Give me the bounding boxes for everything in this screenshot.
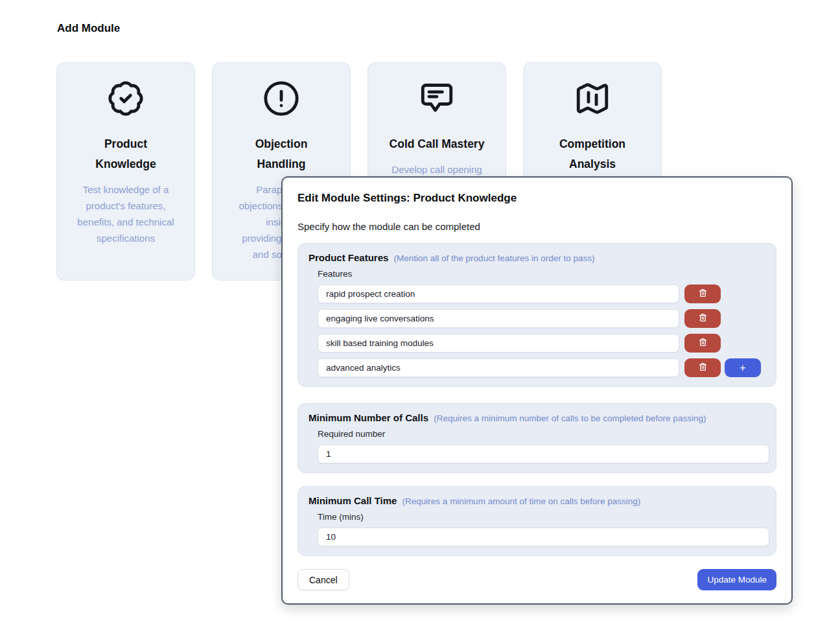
plus-icon: + xyxy=(740,362,745,374)
card-title: Product Knowledge xyxy=(95,134,156,174)
section-title: Minimum Number of Calls xyxy=(309,412,428,423)
card-description: Test knowledge of a product's features, … xyxy=(77,181,174,246)
trash-icon xyxy=(699,313,707,324)
map-icon xyxy=(574,78,611,119)
dialog-title: Edit Module Settings: Product Knowledge xyxy=(298,192,776,205)
time-mins-label: Time (mins) xyxy=(318,512,765,522)
add-feature-button[interactable]: + xyxy=(725,358,761,377)
feature-input-4[interactable] xyxy=(318,358,679,377)
delete-feature-button[interactable] xyxy=(684,285,721,303)
message-square-icon xyxy=(418,78,456,119)
time-mins-input[interactable] xyxy=(318,528,769,546)
feature-row xyxy=(318,309,765,328)
update-module-button[interactable]: Update Module xyxy=(697,569,776,590)
min-call-time-section: Minimum Call Time (Requires a minimum am… xyxy=(298,486,776,556)
badge-check-icon xyxy=(107,78,145,119)
dialog-subtitle: Specify how the module can be completed xyxy=(298,221,776,232)
feature-row: + xyxy=(318,358,765,377)
section-hint: (Requires a minimum amount of time on ca… xyxy=(402,496,641,506)
feature-row xyxy=(318,334,765,353)
features-label: Features xyxy=(318,269,765,279)
card-title: Competition Analysis xyxy=(559,134,625,174)
trash-icon xyxy=(699,338,707,349)
page-title: Add Module xyxy=(57,22,120,35)
product-features-section: Product Features (Mention all of the pro… xyxy=(298,243,776,387)
required-number-input[interactable] xyxy=(318,445,769,463)
trash-icon xyxy=(699,288,707,299)
section-hint: (Requires a minimum number of calls to b… xyxy=(434,413,706,423)
feature-input-3[interactable] xyxy=(318,334,679,353)
delete-feature-button[interactable] xyxy=(684,334,721,353)
required-number-label: Required number xyxy=(318,429,765,439)
card-title: Objection Handling xyxy=(255,134,308,174)
edit-module-settings-dialog: Edit Module Settings: Product Knowledge … xyxy=(281,176,793,605)
feature-input-2[interactable] xyxy=(318,309,679,328)
section-title: Product Features xyxy=(309,252,388,263)
feature-row xyxy=(318,285,765,303)
section-title: Minimum Call Time xyxy=(309,495,397,506)
delete-feature-button[interactable] xyxy=(684,309,721,328)
feature-input-1[interactable] xyxy=(318,285,679,303)
card-title: Cold Call Mastery xyxy=(390,134,485,154)
section-hint: (Mention all of the product features in … xyxy=(394,253,595,263)
alert-circle-icon xyxy=(262,78,300,119)
card-product-knowledge[interactable]: Product Knowledge Test knowledge of a pr… xyxy=(56,62,195,281)
cancel-button[interactable]: Cancel xyxy=(298,569,349,590)
dialog-footer: Cancel Update Module xyxy=(298,569,776,590)
delete-feature-button[interactable] xyxy=(684,358,721,377)
min-calls-section: Minimum Number of Calls (Requires a mini… xyxy=(298,403,776,473)
trash-icon xyxy=(699,362,707,373)
